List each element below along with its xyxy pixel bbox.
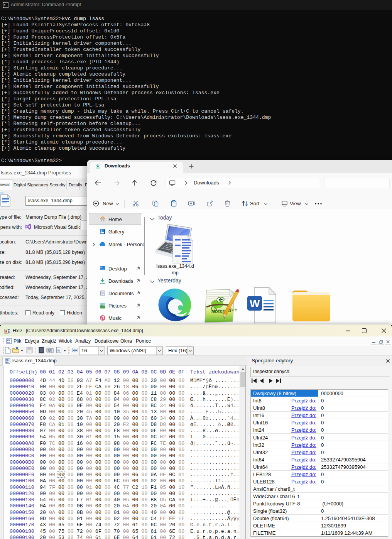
svg-text:C:: C: xyxy=(4,4,7,7)
svg-text:H: H xyxy=(5,329,7,333)
svg-text:A0: A0 xyxy=(7,341,10,344)
svg-text:A0: A0 xyxy=(6,361,8,364)
svg-text:W: W xyxy=(250,297,260,309)
